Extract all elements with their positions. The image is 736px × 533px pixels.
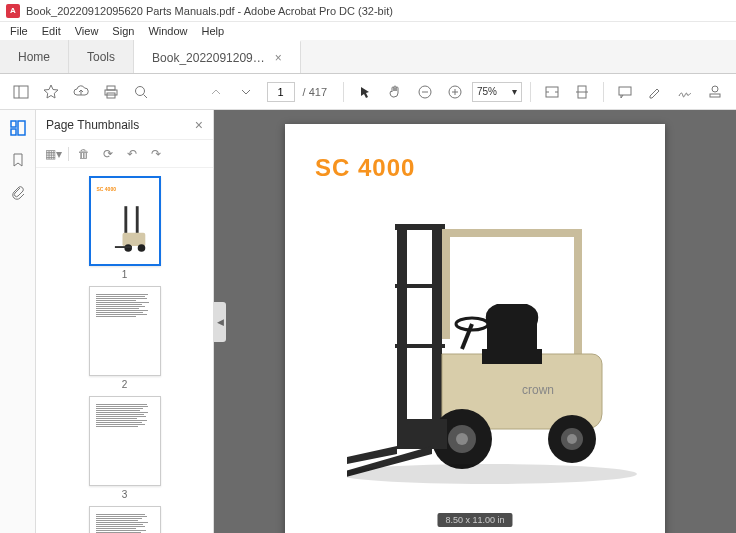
tab-bar: Home Tools Book_2022091209… × — [0, 40, 736, 74]
menu-bar: File Edit View Sign Window Help — [0, 22, 736, 40]
page-total-label: / 417 — [303, 86, 327, 98]
thumbnails-tools: ▦▾ 🗑 ⟳ ↶ ↷ — [36, 140, 213, 168]
menu-help[interactable]: Help — [196, 23, 231, 39]
thumbnail-page-3[interactable] — [89, 396, 161, 486]
thumb-undo-icon[interactable]: ↶ — [123, 145, 141, 163]
document-title: SC 4000 — [315, 154, 635, 182]
svg-point-16 — [712, 86, 718, 92]
comment-icon[interactable] — [612, 79, 638, 105]
title-bar: A Book_20220912095620 Parts Manuals.pdf … — [0, 0, 736, 22]
hand-icon[interactable] — [382, 79, 408, 105]
thumb-redo-icon[interactable]: ↷ — [147, 145, 165, 163]
highlight-icon[interactable] — [642, 79, 668, 105]
thumbnails-close-icon[interactable]: × — [195, 117, 203, 133]
thumbnail-item[interactable]: SC 4000 1 — [86, 176, 164, 280]
svg-rect-19 — [11, 129, 16, 135]
chevron-down-icon: ▾ — [512, 86, 517, 97]
thumbnail-page-4[interactable] — [89, 506, 161, 533]
thumb-rotate-icon[interactable]: ⟳ — [99, 145, 117, 163]
menu-window[interactable]: Window — [142, 23, 193, 39]
thumbnail-page-1[interactable]: SC 4000 — [89, 176, 161, 266]
thumbnails-title: Page Thumbnails — [46, 118, 139, 132]
svg-rect-30 — [395, 284, 445, 288]
fit-width-icon[interactable] — [539, 79, 565, 105]
svg-rect-29 — [395, 224, 445, 230]
svg-rect-20 — [18, 121, 25, 135]
svg-point-43 — [567, 434, 577, 444]
thumb-delete-icon[interactable]: 🗑 — [75, 145, 93, 163]
thumbnail-number: 1 — [122, 269, 128, 280]
svg-rect-34 — [574, 229, 582, 359]
zoom-in-icon[interactable] — [442, 79, 468, 105]
fit-page-icon[interactable] — [569, 79, 595, 105]
menu-edit[interactable]: Edit — [36, 23, 67, 39]
svg-rect-0 — [14, 86, 28, 98]
svg-rect-32 — [442, 229, 582, 237]
left-rail — [0, 110, 36, 533]
thumbnails-header: Page Thumbnails × — [36, 110, 213, 140]
menu-file[interactable]: File — [4, 23, 34, 39]
svg-rect-2 — [107, 86, 115, 90]
page-down-icon[interactable] — [233, 79, 259, 105]
forklift-image: crown — [347, 214, 647, 494]
pdf-icon: A — [6, 4, 20, 18]
signature-icon[interactable] — [672, 79, 698, 105]
svg-line-6 — [144, 94, 148, 98]
svg-rect-18 — [11, 121, 16, 127]
thumb-options-icon[interactable]: ▦▾ — [44, 145, 62, 163]
thumbnail-item[interactable]: 4 — [86, 506, 164, 533]
thumbnails-panel: Page Thumbnails × ▦▾ 🗑 ⟳ ↶ ↷ SC 4000 1 — [36, 110, 214, 533]
thumbnail-number: 3 — [122, 489, 128, 500]
sidebar-toggle-icon[interactable] — [8, 79, 34, 105]
document-viewer[interactable]: ◀ SC 4000 — [214, 110, 736, 533]
tab-close-icon[interactable]: × — [275, 51, 282, 65]
main-area: Page Thumbnails × ▦▾ 🗑 ⟳ ↶ ↷ SC 4000 1 — [0, 110, 736, 533]
svg-point-40 — [456, 433, 468, 445]
window-title: Book_20220912095620 Parts Manuals.pdf - … — [26, 5, 393, 17]
main-toolbar: / 417 75%▾ — [0, 74, 736, 110]
svg-rect-27 — [397, 224, 407, 424]
svg-point-45 — [347, 464, 637, 484]
collapse-handle-icon[interactable]: ◀ — [214, 302, 226, 342]
svg-rect-28 — [432, 224, 442, 424]
thumbnail-item[interactable]: 2 — [86, 286, 164, 390]
star-icon[interactable] — [38, 79, 64, 105]
page-number-input[interactable] — [267, 82, 295, 102]
svg-rect-17 — [710, 94, 720, 97]
svg-text:crown: crown — [522, 383, 554, 397]
svg-rect-15 — [619, 87, 631, 95]
svg-rect-23 — [122, 233, 145, 246]
page-dimensions-badge: 8.50 x 11.00 in — [437, 513, 512, 527]
svg-rect-33 — [442, 229, 450, 339]
pointer-icon[interactable] — [352, 79, 378, 105]
pdf-page: SC 4000 — [285, 124, 665, 533]
attachment-rail-icon[interactable] — [8, 182, 28, 202]
svg-rect-26 — [114, 246, 131, 248]
thumbnail-number: 2 — [122, 379, 128, 390]
menu-view[interactable]: View — [69, 23, 105, 39]
cloud-icon[interactable] — [68, 79, 94, 105]
svg-rect-44 — [397, 419, 447, 449]
tab-tools[interactable]: Tools — [69, 40, 134, 73]
zoom-out-icon[interactable] — [412, 79, 438, 105]
svg-point-25 — [137, 244, 145, 252]
zoom-select[interactable]: 75%▾ — [472, 82, 522, 102]
bookmark-rail-icon[interactable] — [8, 150, 28, 170]
thumbnails-list[interactable]: SC 4000 1 2 3 4 — [36, 168, 213, 533]
page-up-icon[interactable] — [203, 79, 229, 105]
tab-document[interactable]: Book_2022091209… × — [134, 40, 301, 73]
svg-rect-31 — [395, 344, 445, 348]
tab-home[interactable]: Home — [0, 40, 69, 73]
tab-document-label: Book_2022091209… — [152, 51, 265, 65]
thumbnail-page-2[interactable] — [89, 286, 161, 376]
menu-sign[interactable]: Sign — [106, 23, 140, 39]
print-icon[interactable] — [98, 79, 124, 105]
thumbnails-rail-icon[interactable] — [8, 118, 28, 138]
stamp-icon[interactable] — [702, 79, 728, 105]
zoom-value: 75% — [477, 86, 497, 97]
svg-point-5 — [136, 86, 145, 95]
search-icon[interactable] — [128, 79, 154, 105]
thumbnail-item[interactable]: 3 — [86, 396, 164, 500]
